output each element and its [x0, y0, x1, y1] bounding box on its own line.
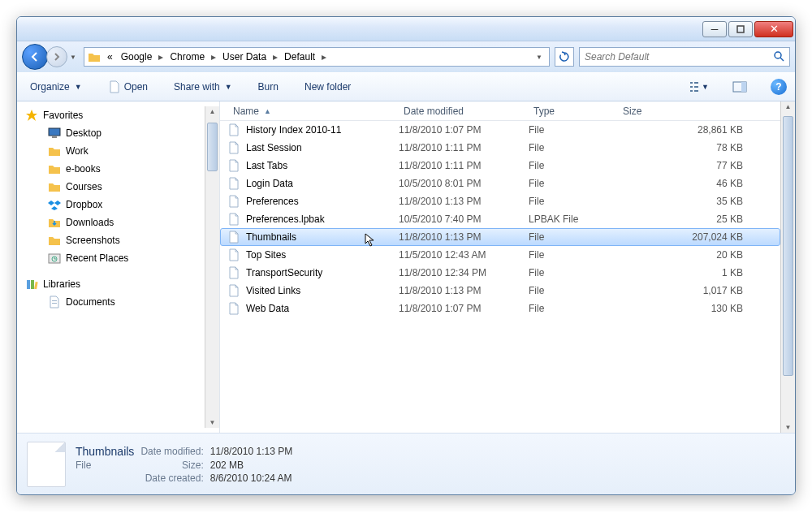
- file-type: File: [529, 231, 618, 243]
- view-icon: [689, 80, 698, 93]
- view-options-button[interactable]: ▼: [689, 77, 709, 97]
- file-icon: [228, 123, 241, 136]
- sort-ascending-icon: ▲: [264, 107, 271, 115]
- file-name: Visited Links: [246, 285, 300, 296]
- breadcrumb-item[interactable]: Chrome: [166, 50, 208, 64]
- history-dropdown[interactable]: ▼: [67, 45, 79, 69]
- file-type: LPBAK File: [529, 214, 618, 225]
- svg-rect-18: [52, 300, 57, 301]
- scroll-down-icon[interactable]: ▼: [205, 419, 219, 426]
- file-date: 11/8/2010 12:34 PM: [399, 267, 529, 278]
- sidebar-item[interactable]: Work: [17, 142, 205, 160]
- scrollbar-thumb[interactable]: [207, 123, 218, 171]
- chevron-right-icon[interactable]: ▸: [157, 51, 165, 63]
- refresh-icon: [559, 51, 570, 63]
- libraries-label: Libraries: [43, 278, 80, 290]
- explorer-window: ─ ✕ ▼ « Google ▸ Chrome ▸ U: [16, 16, 796, 495]
- help-button[interactable]: ?: [771, 79, 787, 95]
- navbar: ▼ « Google ▸ Chrome ▸ User Data ▸ Defaul…: [17, 41, 795, 72]
- sidebar-item-label: Recent Places: [66, 252, 128, 264]
- details-modified-value: 11/8/2010 1:13 PM: [210, 446, 292, 457]
- column-type[interactable]: Type: [529, 102, 618, 120]
- file-row[interactable]: Preferences.lpbak10/5/2010 7:40 PMLPBAK …: [220, 210, 780, 228]
- libraries-header[interactable]: Libraries: [17, 275, 205, 293]
- file-type: File: [529, 285, 618, 296]
- sidebar-scrollbar[interactable]: ▲ ▼: [205, 106, 219, 428]
- search-input[interactable]: [585, 51, 773, 63]
- svg-rect-19: [52, 303, 57, 304]
- svg-rect-7: [690, 90, 693, 92]
- file-row[interactable]: Preferences11/8/2010 1:13 PMFile35 KB: [220, 192, 780, 210]
- organize-label: Organize: [30, 81, 70, 93]
- search-box[interactable]: [579, 47, 790, 67]
- breadcrumb-item[interactable]: Default: [281, 50, 318, 64]
- organize-button[interactable]: Organize ▼: [25, 78, 87, 96]
- scroll-down-icon[interactable]: ▼: [781, 424, 795, 431]
- sidebar-item[interactable]: Recent Places: [17, 249, 205, 267]
- file-date: 11/8/2010 1:13 PM: [399, 285, 529, 296]
- titlebar[interactable]: ─ ✕: [17, 17, 795, 41]
- file-row[interactable]: Web Data11/8/2010 1:07 PMFile130 KB: [220, 300, 780, 317]
- file-size: 207,024 KB: [618, 231, 775, 243]
- chevron-down-icon: ▼: [75, 83, 82, 91]
- file-row[interactable]: Login Data10/5/2010 8:01 PMFile46 KB: [220, 175, 780, 192]
- forward-button[interactable]: [46, 46, 67, 67]
- file-row[interactable]: Top Sites11/5/2010 12:43 AMFile20 KB: [220, 246, 780, 264]
- desktop-icon: [48, 127, 61, 140]
- scrollbar-thumb[interactable]: [783, 116, 793, 376]
- file-name: Thumbnails: [246, 231, 296, 243]
- sidebar-item[interactable]: Documents: [17, 293, 205, 311]
- file-list[interactable]: History Index 2010-1111/8/2010 1:07 PMFi…: [220, 121, 780, 433]
- file-name: Last Session: [246, 142, 302, 153]
- refresh-button[interactable]: [555, 47, 574, 67]
- address-bar[interactable]: « Google ▸ Chrome ▸ User Data ▸ Default …: [84, 47, 550, 67]
- favorites-header[interactable]: Favorites: [17, 106, 205, 124]
- sidebar-item[interactable]: Downloads: [17, 214, 205, 231]
- file-date: 11/8/2010 1:07 PM: [399, 303, 529, 314]
- file-size: 1 KB: [618, 267, 775, 278]
- favorites-group: Favorites DesktopWorke-booksCoursesDropb…: [17, 106, 205, 267]
- sidebar-item[interactable]: Screenshots: [17, 231, 205, 249]
- file-type: File: [529, 267, 618, 278]
- share-button[interactable]: Share with ▼: [169, 78, 237, 96]
- preview-pane-button[interactable]: [730, 77, 749, 97]
- file-row[interactable]: History Index 2010-1111/8/2010 1:07 PMFi…: [220, 121, 780, 139]
- sidebar-item[interactable]: e-books: [17, 160, 205, 178]
- column-size[interactable]: Size: [618, 102, 780, 120]
- scroll-up-icon[interactable]: ▲: [781, 101, 795, 110]
- column-name[interactable]: Name ▲: [228, 102, 399, 120]
- scroll-up-icon[interactable]: ▲: [205, 106, 219, 115]
- file-size: 77 KB: [618, 160, 775, 171]
- sidebar-item[interactable]: Dropbox: [17, 196, 205, 214]
- folder-icon: [48, 162, 61, 175]
- file-row[interactable]: Last Session11/8/2010 1:11 PMFile78 KB: [220, 139, 780, 157]
- burn-button[interactable]: Burn: [253, 78, 283, 96]
- sidebar-item[interactable]: Courses: [17, 178, 205, 196]
- maximize-button[interactable]: [728, 21, 753, 37]
- breadcrumb-overflow[interactable]: «: [104, 50, 116, 64]
- svg-rect-4: [694, 82, 698, 84]
- file-name: Preferences: [246, 196, 299, 207]
- file-row[interactable]: Visited Links11/8/2010 1:13 PMFile1,017 …: [220, 282, 780, 300]
- file-row[interactable]: Thumbnails11/8/2010 1:13 PMFile207,024 K…: [220, 228, 780, 246]
- chevron-right-icon[interactable]: ▸: [271, 51, 279, 63]
- close-button[interactable]: ✕: [754, 21, 793, 37]
- file-date: 11/8/2010 1:13 PM: [399, 196, 529, 207]
- new-folder-button[interactable]: New folder: [300, 78, 356, 96]
- file-row[interactable]: Last Tabs11/8/2010 1:11 PMFile77 KB: [220, 157, 780, 175]
- sidebar-item[interactable]: Desktop: [17, 124, 205, 142]
- main-scrollbar[interactable]: ▲ ▼: [780, 101, 795, 433]
- back-button[interactable]: [22, 44, 48, 70]
- file-icon: [228, 195, 241, 208]
- chevron-right-icon[interactable]: ▸: [209, 51, 218, 63]
- address-dropdown[interactable]: ▼: [533, 54, 546, 61]
- column-date[interactable]: Date modified: [399, 102, 529, 120]
- open-button[interactable]: Open: [103, 77, 153, 97]
- breadcrumb-item[interactable]: User Data: [219, 50, 270, 64]
- chevron-right-icon[interactable]: ▸: [320, 51, 328, 63]
- file-row[interactable]: TransportSecurity11/8/2010 12:34 PMFile1…: [220, 264, 780, 282]
- search-icon[interactable]: [773, 50, 784, 64]
- breadcrumb-item[interactable]: Google: [118, 50, 156, 64]
- file-size: 20 KB: [618, 249, 775, 261]
- minimize-button[interactable]: ─: [702, 21, 727, 37]
